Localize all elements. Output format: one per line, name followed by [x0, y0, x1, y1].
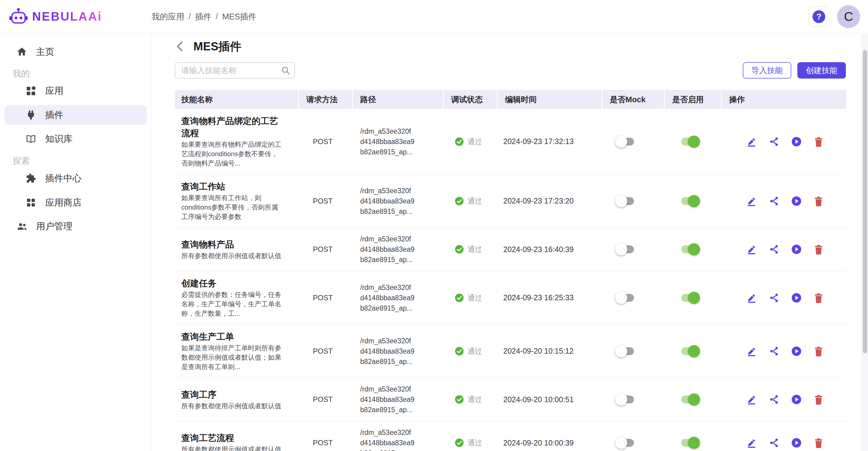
api-path: /rdm_a53ee320f d4148bbaa83ea9 b82ae8915_… — [353, 427, 444, 451]
mock-toggle[interactable] — [615, 135, 637, 148]
toggle-thumb — [615, 345, 627, 357]
search-input[interactable] — [175, 62, 295, 79]
avatar[interactable]: C — [837, 5, 860, 28]
edit-icon[interactable] — [746, 346, 757, 356]
home-icon — [17, 47, 27, 57]
delete-icon[interactable] — [814, 293, 824, 303]
share-icon[interactable] — [769, 244, 779, 254]
enabled-cell — [665, 135, 722, 148]
debug-status: 通过 — [444, 395, 498, 404]
actions-cell — [722, 137, 846, 147]
toggle-thumb — [615, 195, 627, 207]
mock-toggle[interactable] — [615, 393, 637, 406]
request-method: POST — [299, 347, 353, 356]
sidebar-item-label: 应用 — [45, 85, 63, 97]
skill-name-cell: 查询生产工单 如果是查询待排产工单时则所有参数都使用示例值或者默认值；如果是查询… — [175, 331, 299, 371]
breadcrumb-separator: / — [216, 12, 218, 21]
sidebar-item-app-store[interactable]: 应用商店 — [4, 193, 147, 212]
share-icon[interactable] — [769, 196, 779, 206]
delete-icon[interactable] — [814, 137, 824, 147]
mock-toggle[interactable] — [615, 436, 637, 450]
status-text: 通过 — [467, 196, 482, 206]
scrollbar-thumb[interactable] — [863, 50, 867, 353]
play-icon[interactable] — [791, 438, 802, 448]
edit-icon[interactable] — [746, 293, 757, 303]
breadcrumb-my-apps[interactable]: 我的应用 — [152, 11, 184, 22]
import-skill-button[interactable]: 导入技能 — [743, 62, 791, 79]
sidebar-item-user-management[interactable]: 用户管理 — [4, 216, 147, 236]
skill-name: 查询物料产品 — [181, 238, 234, 250]
sidebar-item-plugins[interactable]: 插件 — [4, 105, 147, 125]
toggle-thumb — [688, 345, 700, 357]
enabled-toggle[interactable] — [679, 393, 700, 406]
book-icon — [26, 134, 36, 144]
skill-name-cell: 查询物料产品绑定的工艺流程 如果要查询所有物料产品绑定的工艺流程则conditi… — [175, 115, 299, 168]
toolbar-buttons: 导入技能 创建技能 — [743, 62, 846, 79]
table-body: 查询物料产品绑定的工艺流程 如果要查询所有物料产品绑定的工艺流程则conditi… — [175, 109, 846, 451]
share-icon[interactable] — [769, 394, 779, 404]
sidebar-item-apps[interactable]: 应用 — [4, 81, 147, 100]
main-content: MES插件 导入技能 创建技能 技能名称 请求方法 路径 调试状态 编辑时间 — [152, 34, 868, 451]
top-actions: ? C — [809, 5, 868, 28]
skills-table: 技能名称 请求方法 路径 调试状态 编辑时间 是否Mock 是否启用 操作 查询… — [175, 90, 846, 451]
mock-toggle[interactable] — [615, 291, 637, 304]
table-row: 查询工序 所有参数都使用示例值或者默认值 POST /rdm_a53ee320f… — [175, 378, 846, 421]
apps-grid-icon — [26, 198, 36, 208]
sidebar-item-plugin-center[interactable]: 插件中心 — [4, 169, 147, 188]
edit-icon[interactable] — [746, 438, 757, 448]
share-icon[interactable] — [769, 438, 779, 448]
delete-icon[interactable] — [814, 438, 824, 448]
create-skill-button[interactable]: 创建技能 — [797, 62, 846, 79]
delete-icon[interactable] — [814, 394, 824, 404]
edit-icon[interactable] — [746, 394, 757, 404]
play-icon[interactable] — [791, 293, 802, 303]
debug-status: 通过 — [444, 347, 498, 356]
edit-time: 2024-09-23 16:40:39 — [498, 245, 602, 254]
share-icon[interactable] — [769, 293, 779, 303]
mock-cell — [602, 243, 665, 256]
check-circle-icon — [455, 347, 464, 356]
sidebar-item-knowledge[interactable]: 知识库 — [4, 129, 147, 149]
play-icon[interactable] — [791, 346, 802, 356]
share-icon[interactable] — [769, 346, 779, 356]
toggle-thumb — [688, 195, 700, 207]
mock-toggle[interactable] — [615, 344, 637, 358]
help-button[interactable]: ? — [809, 6, 829, 27]
sidebar-item-label: 知识库 — [45, 133, 72, 145]
enabled-toggle[interactable] — [679, 194, 700, 208]
enabled-toggle[interactable] — [679, 436, 700, 450]
delete-icon[interactable] — [814, 346, 824, 356]
actions-cell — [722, 346, 846, 356]
skill-name: 查询工序 — [181, 389, 216, 401]
play-icon[interactable] — [791, 137, 802, 147]
column-header-status: 调试状态 — [444, 90, 498, 109]
edit-icon[interactable] — [746, 196, 757, 206]
enabled-toggle[interactable] — [679, 344, 700, 358]
toggle-thumb — [688, 292, 700, 304]
enabled-toggle[interactable] — [679, 135, 700, 148]
edit-icon[interactable] — [746, 137, 757, 147]
sidebar-item-label: 应用商店 — [45, 197, 82, 209]
brand-logo[interactable]: NEBULAAi — [0, 7, 143, 26]
back-button[interactable] — [175, 41, 186, 52]
enabled-toggle[interactable] — [679, 291, 700, 304]
back-chevron-icon — [176, 41, 185, 52]
request-method: POST — [299, 138, 353, 146]
play-icon[interactable] — [791, 394, 802, 404]
search-icon[interactable] — [281, 66, 290, 75]
share-icon[interactable] — [769, 137, 779, 147]
breadcrumb-plugins[interactable]: 插件 — [195, 11, 212, 22]
play-icon[interactable] — [791, 196, 802, 206]
sidebar-item-home[interactable]: 主页 — [4, 42, 147, 62]
mock-toggle[interactable] — [615, 243, 637, 256]
debug-status: 通过 — [444, 244, 498, 254]
dashboard-icon — [26, 86, 36, 96]
enabled-toggle[interactable] — [679, 243, 700, 256]
delete-icon[interactable] — [814, 196, 824, 206]
edit-time: 2024-09-23 16:25:33 — [498, 293, 602, 302]
sidebar: 主页 我的 应用 插件 知识库 — [0, 34, 152, 451]
edit-icon[interactable] — [746, 244, 757, 254]
mock-toggle[interactable] — [615, 194, 637, 208]
delete-icon[interactable] — [814, 244, 824, 254]
play-icon[interactable] — [791, 244, 802, 254]
